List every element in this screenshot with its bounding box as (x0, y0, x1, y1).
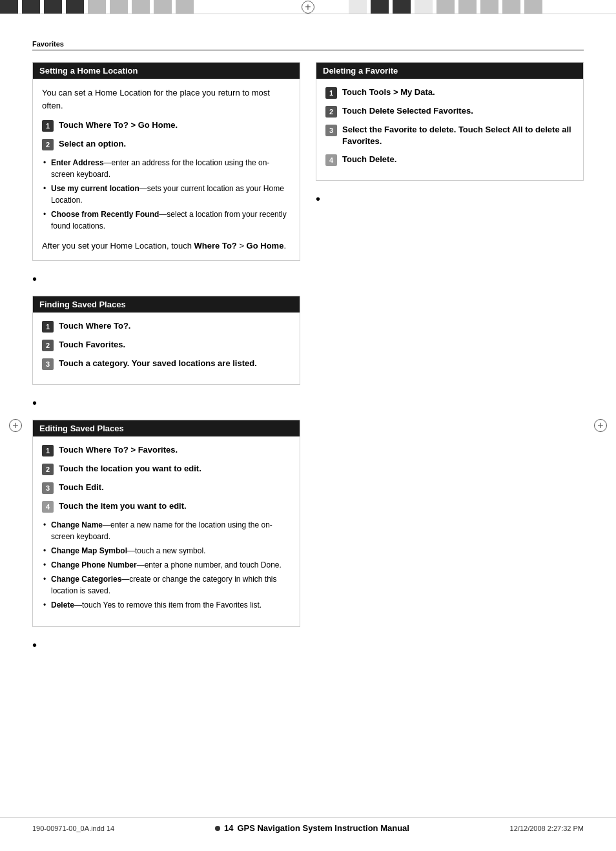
section-editing-saved-body: 1 Touch Where To? > Favorites. 2 Touch t… (33, 436, 300, 626)
setting-home-intro: You can set a Home Location for the plac… (42, 87, 291, 112)
bullet-bold-delete: Delete (51, 600, 74, 610)
editing-step-2: 2 Touch the location you want to edit. (42, 463, 291, 475)
editing-step-4: 4 Touch the item you want to edit. (42, 500, 291, 513)
deleting-step-1: 1 Touch Tools > My Data. (325, 87, 574, 99)
editing-text-4: Touch the item you want to edit. (59, 500, 187, 512)
bullet-bold-change-phone: Change Phone Number (51, 560, 137, 569)
bullet-change-categories: Change Categories—create or change the c… (42, 573, 291, 597)
bullet-enter-address: Enter Address—enter an address for the l… (42, 157, 291, 180)
bullet-bold-choose-recently: Choose from Recently Found (51, 210, 159, 219)
step-num-2: 2 (42, 139, 54, 150)
deleting-text-1: Touch Tools > My Data. (342, 87, 435, 98)
section-setting-home-body: You can set a Home Location for the plac… (33, 79, 300, 260)
top-decorative-bar (0, 0, 616, 14)
section-setting-home: Setting a Home Location You can set a Ho… (32, 62, 300, 261)
footer-right-text: 12/12/2008 2:27:32 PM (510, 825, 584, 832)
editing-text-2: Touch the location you want to edit. (59, 463, 201, 475)
footer-dot (215, 826, 220, 831)
finding-step-3: 3 Touch a category. Your saved locations… (42, 358, 291, 370)
editing-num-4: 4 (42, 501, 54, 513)
footer-page-label: GPS Navigation System Instruction Manual (237, 823, 409, 833)
bullet-rest-delete: —touch Yes to remove this item from the … (74, 600, 262, 610)
footer-page-num: 14 (224, 823, 233, 833)
editing-num-3: 3 (42, 482, 54, 494)
section-deleting-header: Deleting a Favorite (316, 63, 583, 79)
setting-home-step-2: 2 Select an option. (42, 138, 291, 150)
left-crosshair (9, 419, 22, 432)
deleting-num-3: 3 (325, 125, 337, 136)
setting-home-step-1: 1 Touch Where To? > Go Home. (42, 119, 291, 132)
editing-step-1: 1 Touch Where To? > Favorites. (42, 444, 291, 456)
editing-text-1: Touch Where To? > Favorites. (59, 444, 178, 456)
finding-text-1: Touch Where To?. (59, 320, 130, 332)
step-num-1: 1 (42, 120, 54, 132)
deleting-num-4: 4 (325, 154, 337, 166)
finding-num-2: 2 (42, 340, 54, 351)
section-finding-saved-body: 1 Touch Where To?. 2 Touch Favorites. 3 … (33, 313, 300, 384)
bullet-change-name: Change Name—enter a new name for the loc… (42, 519, 291, 542)
deleting-text-4: Touch Delete. (342, 154, 396, 165)
step-text-2: Select an option. (59, 138, 126, 150)
two-column-layout: Setting a Home Location You can set a Ho… (32, 62, 584, 662)
finding-text-3: Touch a category. Your saved locations a… (59, 358, 257, 369)
bullet-change-map-symbol: Change Map Symbol—touch a new symbol. (42, 545, 291, 557)
deleting-text-2: Touch Delete Selected Favorites. (342, 105, 473, 117)
section-bullet-1: • (32, 272, 300, 285)
bullet-use-current-location: Use my current location—sets your curren… (42, 183, 291, 206)
section-bullet-3: • (32, 639, 300, 651)
page-content: Favorites Setting a Home Location You ca… (0, 14, 616, 701)
bullet-choose-recently-found: Choose from Recently Found—select a loca… (42, 209, 291, 232)
editing-step-3: 3 Touch Edit. (42, 482, 291, 494)
finding-num-3: 3 (42, 358, 54, 370)
section-bullet-2: • (32, 396, 300, 409)
finding-num-1: 1 (42, 321, 54, 333)
deleting-num-1: 1 (325, 87, 337, 99)
deleting-text-3: Select the Favorite to delete. Touch Sel… (342, 124, 574, 147)
left-column: Setting a Home Location You can set a Ho… (32, 62, 300, 662)
bullet-bold-change-map: Change Map Symbol (51, 546, 127, 555)
footer-center: 14 GPS Navigation System Instruction Man… (215, 823, 409, 833)
editing-num-1: 1 (42, 445, 54, 456)
deleting-step-3: 3 Select the Favorite to delete. Touch S… (325, 124, 574, 147)
after-text-start: After you set your Home Location, touch (42, 241, 194, 251)
bullet-bold-enter-address: Enter Address (51, 158, 104, 167)
editing-num-2: 2 (42, 464, 54, 475)
after-text-bold1: Where To? (194, 241, 237, 251)
right-column: Deleting a Favorite 1 Touch Tools > My D… (316, 62, 584, 662)
page-section-title: Favorites (32, 40, 584, 50)
after-text-bold2: Go Home (247, 241, 284, 251)
section-bullet-right-1: • (316, 192, 584, 205)
footer-left-text: 190-00971-00_0A.indd 14 (32, 825, 114, 832)
deleting-step-2: 2 Touch Delete Selected Favorites. (325, 105, 574, 118)
editing-bullets: Change Name—enter a new name for the loc… (42, 519, 291, 611)
bullet-change-phone: Change Phone Number—enter a phone number… (42, 559, 291, 571)
section-editing-saved: Editing Saved Places 1 Touch Where To? >… (32, 420, 300, 627)
bullet-rest-change-map: —touch a new symbol. (127, 546, 205, 555)
finding-step-2: 2 Touch Favorites. (42, 339, 291, 351)
step-text-1: Touch Where To? > Go Home. (59, 119, 178, 131)
setting-home-bullets: Enter Address—enter an address for the l… (42, 157, 291, 232)
bullet-delete: Delete—touch Yes to remove this item fro… (42, 599, 291, 611)
section-setting-home-header: Setting a Home Location (33, 63, 300, 79)
bullet-bold-change-cat: Change Categories (51, 575, 121, 584)
section-deleting-body: 1 Touch Tools > My Data. 2 Touch Delete … (316, 79, 583, 180)
right-crosshair (594, 419, 607, 432)
section-finding-saved: Finding Saved Places 1 Touch Where To?. … (32, 296, 300, 385)
finding-text-2: Touch Favorites. (59, 339, 125, 351)
bullet-bold-change-name: Change Name (51, 520, 103, 529)
page-footer: 190-00971-00_0A.indd 14 14 GPS Navigatio… (0, 817, 616, 833)
after-text-end: . (283, 241, 286, 251)
section-finding-saved-header: Finding Saved Places (33, 296, 300, 313)
editing-text-3: Touch Edit. (59, 482, 104, 493)
setting-home-after-text: After you set your Home Location, touch … (42, 240, 291, 252)
section-editing-saved-header: Editing Saved Places (33, 420, 300, 436)
deleting-num-2: 2 (325, 106, 337, 118)
top-center-crosshair (302, 1, 314, 14)
after-text-mid: > (237, 241, 247, 251)
bullet-rest-change-phone: —enter a phone number, and touch Done. (137, 560, 282, 569)
deleting-step-4: 4 Touch Delete. (325, 154, 574, 166)
finding-step-1: 1 Touch Where To?. (42, 320, 291, 333)
bullet-bold-use-current: Use my current location (51, 184, 139, 193)
section-deleting-favorite: Deleting a Favorite 1 Touch Tools > My D… (316, 62, 584, 181)
